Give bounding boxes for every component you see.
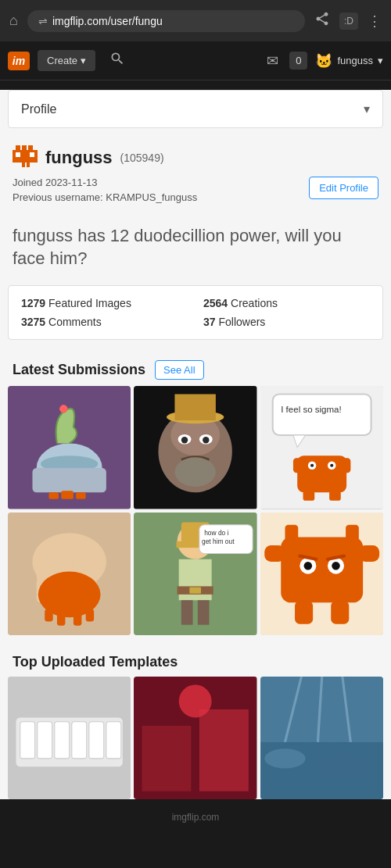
url-lock-icon: ⇌ bbox=[38, 15, 48, 27]
nav-username: funguss bbox=[337, 55, 373, 66]
nav-bar: im Create ▾ ✉ 0 🐱 funguss ▾ bbox=[0, 41, 391, 80]
user-info-section: funguss (105949) Joined 2023-11-13 Edit … bbox=[0, 138, 391, 214]
profile-dropdown-arrow: ▾ bbox=[364, 102, 370, 116]
stats-box: 1279 Featured Images 2564 Creations 3275… bbox=[8, 285, 383, 340]
featured-images-label: Featured Images bbox=[48, 297, 131, 309]
edit-profile-button[interactable]: Edit Profile bbox=[309, 177, 378, 199]
create-button[interactable]: Create ▾ bbox=[38, 50, 95, 71]
svg-text:get him out: get him out bbox=[202, 537, 235, 545]
svg-point-74 bbox=[332, 561, 339, 569]
user-avatar-icon: 🐱 bbox=[315, 52, 332, 70]
stats-grid: 1279 Featured Images 2564 Creations 3275… bbox=[21, 297, 370, 328]
create-label: Create ▾ bbox=[47, 55, 86, 66]
svg-rect-31 bbox=[293, 458, 305, 473]
svg-rect-48 bbox=[45, 609, 52, 621]
svg-point-93 bbox=[264, 748, 305, 768]
username-display: funguss bbox=[45, 148, 113, 168]
template-thumb-1[interactable] bbox=[8, 677, 131, 799]
svg-rect-12 bbox=[32, 468, 106, 492]
svg-rect-20 bbox=[175, 395, 216, 421]
svg-rect-32 bbox=[339, 458, 350, 473]
svg-rect-6 bbox=[22, 163, 25, 167]
browser-menu-button[interactable]: ⋮ bbox=[364, 9, 385, 33]
main-content: Profile ▾ funguss (105949) bbox=[0, 90, 391, 799]
svg-rect-88 bbox=[142, 726, 192, 791]
svg-rect-76 bbox=[331, 601, 349, 623]
svg-rect-68 bbox=[359, 545, 379, 561]
svg-rect-41 bbox=[37, 553, 48, 582]
svg-rect-58 bbox=[190, 587, 202, 593]
svg-rect-30 bbox=[297, 455, 346, 492]
user-avatar-icon bbox=[13, 145, 38, 170]
notification-count[interactable]: 0 bbox=[289, 52, 307, 70]
svg-rect-49 bbox=[57, 610, 65, 625]
stat-comments: 3275 Comments bbox=[21, 316, 188, 328]
svg-rect-59 bbox=[181, 600, 193, 624]
submission-thumb-4[interactable] bbox=[8, 513, 131, 635]
svg-point-90 bbox=[179, 684, 212, 717]
profile-section-header[interactable]: Profile ▾ bbox=[8, 90, 383, 128]
svg-rect-82 bbox=[38, 722, 52, 759]
svg-point-73 bbox=[303, 561, 311, 569]
svg-rect-75 bbox=[295, 601, 313, 623]
mail-icon[interactable]: ✉ bbox=[264, 49, 282, 73]
svg-rect-0 bbox=[16, 145, 20, 150]
svg-rect-86 bbox=[106, 722, 121, 759]
followers-label: Followers bbox=[218, 316, 265, 328]
svg-rect-7 bbox=[27, 163, 30, 167]
stat-followers: 37 Followers bbox=[203, 316, 370, 328]
svg-rect-66 bbox=[281, 537, 363, 602]
nav-user-dropdown-arrow: ▾ bbox=[378, 55, 383, 66]
svg-rect-5 bbox=[30, 152, 34, 157]
submission-thumb-1[interactable] bbox=[8, 386, 131, 509]
user-menu-button[interactable]: 🐱 funguss ▾ bbox=[315, 52, 383, 70]
svg-point-38 bbox=[330, 464, 333, 467]
latest-submissions-header: Latest Submissions See All bbox=[0, 348, 391, 386]
comments-label: Comments bbox=[48, 316, 102, 328]
stat-creations: 2564 Creations bbox=[203, 297, 370, 309]
creations-label: Creations bbox=[231, 297, 278, 309]
svg-rect-89 bbox=[199, 709, 249, 791]
svg-rect-33 bbox=[303, 491, 314, 501]
user-bio: funguss has 12 duodecillion power, will … bbox=[0, 214, 391, 277]
join-date: Joined 2023-11-13 bbox=[13, 177, 97, 188]
svg-point-11 bbox=[59, 405, 67, 413]
svg-rect-34 bbox=[329, 491, 341, 501]
template-thumb-3[interactable] bbox=[260, 677, 383, 799]
url-text: imgflip.com/user/fungu bbox=[52, 15, 294, 27]
template-thumb-2[interactable] bbox=[134, 677, 256, 799]
browser-d-button[interactable]: :D bbox=[339, 13, 358, 30]
svg-text:I feel so sigma!: I feel so sigma! bbox=[281, 405, 341, 414]
search-button[interactable] bbox=[103, 48, 131, 73]
see-all-button[interactable]: See All bbox=[155, 360, 203, 380]
svg-rect-15 bbox=[76, 493, 86, 499]
svg-rect-69 bbox=[285, 524, 298, 541]
share-button[interactable] bbox=[311, 8, 333, 34]
svg-point-37 bbox=[310, 464, 314, 467]
svg-rect-13 bbox=[48, 493, 59, 499]
submission-thumb-3[interactable]: I feel so sigma! bbox=[260, 386, 383, 509]
svg-rect-51 bbox=[86, 609, 94, 621]
submission-thumb-5[interactable]: how do i get him out bbox=[134, 513, 256, 635]
submission-thumb-6[interactable] bbox=[260, 513, 383, 635]
svg-rect-85 bbox=[89, 722, 104, 759]
creations-count: 2564 bbox=[203, 297, 228, 309]
browser-chrome: ⌂ ⇌ imgflip.com/user/fungu :D ⋮ bbox=[0, 0, 391, 41]
svg-point-23 bbox=[181, 437, 188, 443]
svg-rect-4 bbox=[16, 152, 20, 157]
home-button[interactable]: ⌂ bbox=[6, 9, 21, 32]
svg-rect-81 bbox=[20, 722, 35, 759]
stat-featured-images: 1279 Featured Images bbox=[21, 297, 188, 309]
svg-text:how do i: how do i bbox=[205, 529, 229, 537]
latest-submissions-grid: I feel so sigma! bbox=[0, 386, 391, 635]
comments-count: 3275 bbox=[21, 316, 45, 328]
user-meta: Joined 2023-11-13 Edit Profile bbox=[13, 177, 378, 188]
svg-point-24 bbox=[203, 437, 209, 443]
latest-submissions-title: Latest Submissions bbox=[13, 362, 145, 378]
imgflip-logo[interactable]: im bbox=[8, 52, 30, 70]
svg-rect-14 bbox=[61, 491, 74, 498]
footer: imgflip.com bbox=[0, 805, 391, 829]
submission-thumb-2[interactable] bbox=[134, 386, 256, 509]
svg-rect-83 bbox=[55, 722, 70, 759]
url-bar[interactable]: ⇌ imgflip.com/user/fungu bbox=[27, 10, 305, 32]
